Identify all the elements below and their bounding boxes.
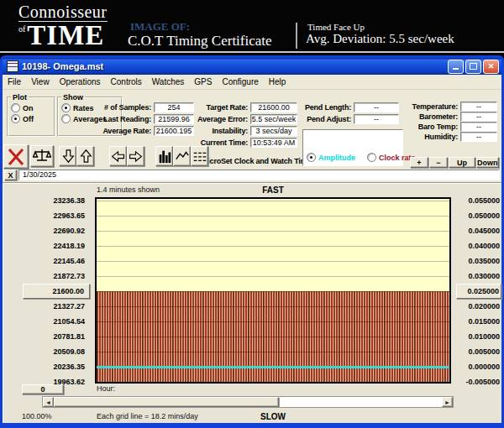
scrollbar-right-arrow[interactable]: ►	[442, 397, 453, 407]
minimize-icon	[453, 68, 459, 70]
amplitude-trace	[97, 366, 449, 368]
radio-icon	[61, 114, 71, 123]
balance-button[interactable]	[30, 145, 54, 167]
menu-item[interactable]: Controls	[106, 77, 147, 86]
zoom-percent-label: 100.00%	[22, 412, 52, 420]
field-label: Instability:	[172, 127, 248, 135]
plot-radio-option[interactable]: Off	[11, 113, 51, 124]
histogram-view-button[interactable]	[155, 146, 173, 166]
scroll-left-button[interactable]	[109, 146, 127, 166]
minimize-button[interactable]	[448, 60, 464, 74]
scroll-up-button[interactable]	[76, 146, 94, 166]
field-row: Pend Adjust: --	[284, 113, 399, 125]
field-row: Temperature: --	[391, 102, 497, 112]
field-label: Average Error:	[172, 115, 248, 123]
chart-area: 1.4 minutes shown FAST 23236.3822963.652…	[3, 182, 501, 423]
right-axis-label: 0.015000	[456, 314, 501, 329]
right-axis-label: 0.030000	[456, 269, 501, 284]
field-label: Target Rate:	[172, 103, 248, 112]
left-axis-label: 20781.81	[23, 329, 90, 344]
radio-icon	[61, 103, 71, 112]
field-label: Temperature:	[391, 102, 458, 111]
left-arrow-icon	[110, 149, 126, 164]
radio-label: On	[23, 104, 34, 112]
right-axis-label: 0.000000	[456, 359, 501, 374]
window-icon	[7, 60, 18, 72]
field-row: Target Rate: 21600.00	[172, 102, 297, 113]
left-axis-label: 21872.73	[23, 269, 90, 284]
scrollbar-thumb[interactable]	[54, 397, 279, 407]
plot-radio-option[interactable]: On	[11, 102, 51, 113]
avg-deviation-label: Avg. Deviation: 5.5 sec/week	[306, 32, 454, 46]
left-axis-label: 23236.38	[23, 193, 90, 208]
sensor-radio-option[interactable]: Amplitude	[307, 152, 355, 163]
field-value: --	[460, 102, 497, 112]
menu-item[interactable]: Configure	[217, 77, 263, 86]
field-label: Barometer:	[391, 112, 458, 121]
show-group-label: Show	[61, 93, 85, 102]
window-title: 10198- Omega.mst	[22, 61, 446, 71]
field-value: --	[460, 122, 497, 132]
date-field[interactable]: 1/30/2025	[18, 170, 500, 180]
left-axis-label: 20236.35	[23, 359, 90, 374]
left-axis-label: 21327.27	[23, 299, 90, 314]
right-axis-label: 0.020000	[456, 299, 501, 314]
band-separator	[0, 51, 504, 53]
hour-label: Hour:	[97, 384, 115, 393]
dash-plot-button[interactable]	[191, 146, 208, 166]
left-axis-label: 20509.08	[23, 344, 90, 359]
histogram-icon	[157, 148, 172, 164]
left-axis-label: 21600.00	[23, 284, 90, 299]
radio-icon	[11, 103, 20, 112]
menu-item[interactable]: Operations	[55, 77, 106, 86]
maximize-button[interactable]	[465, 60, 481, 74]
field-label: Pend Length:	[284, 103, 351, 112]
discard-reading-button[interactable]	[3, 144, 29, 169]
app-window: 10198- Omega.mst ✕ FileViewOperationsCon…	[0, 55, 504, 428]
adjust-button[interactable]: +	[410, 157, 428, 168]
header-divider	[296, 23, 297, 49]
fast-label: FAST	[95, 185, 451, 195]
adjust-button[interactable]: Down	[476, 157, 499, 168]
maximize-icon	[470, 63, 477, 70]
left-axis-label: 22145.46	[23, 253, 90, 269]
rate-fields: Target Rate: 21600.00 Average Error: 5.5…	[172, 102, 297, 149]
adjust-button[interactable]: Up	[449, 157, 475, 168]
clear-date-button[interactable]: X	[4, 170, 17, 180]
close-button[interactable]: ✕	[483, 60, 499, 74]
sensor-display-box: Amplitude Clock rate	[302, 129, 403, 166]
close-icon: ✕	[488, 63, 495, 70]
scrollbar-left-arrow[interactable]: ◄	[43, 397, 54, 407]
scroll-down-button[interactable]	[59, 146, 76, 166]
timed-face-label: Timed Face Up	[307, 22, 365, 32]
radio-label: Off	[23, 115, 34, 123]
right-axis-label: 0.055000	[456, 193, 501, 208]
dashes-icon	[192, 148, 207, 164]
down-arrow-icon	[60, 148, 76, 164]
right-arrow-icon	[128, 149, 144, 164]
red-x-icon	[7, 148, 25, 166]
radio-icon	[11, 114, 20, 123]
field-label: # of Samples:	[86, 103, 151, 112]
field-value: 3 secs/day	[250, 126, 297, 136]
menu-item[interactable]: View	[26, 77, 55, 86]
radio-icon	[367, 153, 376, 162]
scroll-right-button[interactable]	[127, 146, 144, 166]
horizontal-scrollbar[interactable]: ◄ ►	[42, 396, 454, 408]
field-row: Baro Temp: --	[391, 122, 497, 132]
line-plot-button[interactable]	[173, 146, 191, 166]
menu-item[interactable]: GPS	[189, 77, 217, 86]
logo-line2: TIME	[27, 22, 104, 50]
menu-item[interactable]: File	[3, 77, 26, 86]
left-axis: 23236.3822963.6522690.9222418.1922145.46…	[23, 193, 90, 389]
right-axis-label: 0.040000	[456, 238, 501, 253]
field-label: Pend Adjust:	[284, 115, 351, 123]
menu-item[interactable]: Help	[264, 77, 291, 86]
field-row: Average Error: 5.5 sec/week	[172, 113, 297, 125]
zero-button[interactable]: 0	[22, 384, 64, 394]
menu-item[interactable]: Watches	[147, 77, 190, 86]
field-row: Humidity: --	[391, 132, 497, 142]
screen: Connoisseur of TIME IMAGE OF: C.O.T Timi…	[0, 0, 504, 428]
adjust-button[interactable]: −	[429, 157, 448, 168]
sensor-radio-option[interactable]: Clock rate	[367, 152, 416, 163]
